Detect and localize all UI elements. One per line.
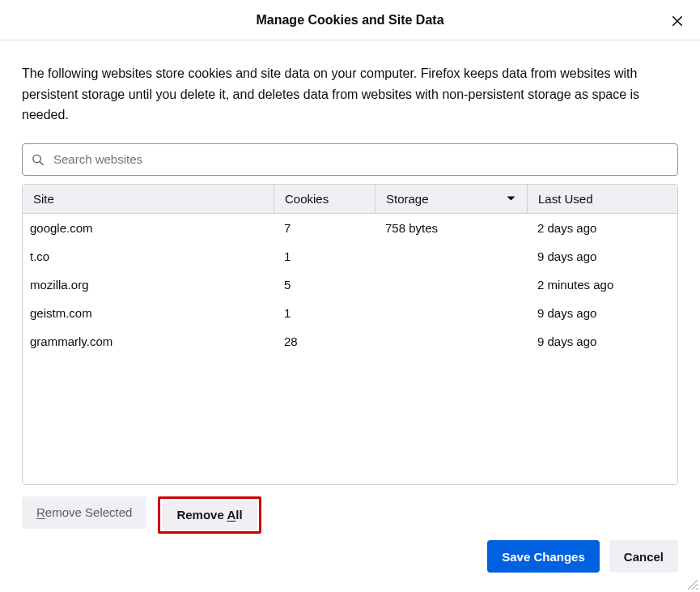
button-label-rest: ll [235,508,242,522]
search-wrapper [22,143,678,176]
save-changes-button[interactable]: Save Changes [487,540,600,573]
table-row[interactable]: t.co19 days ago [23,242,677,270]
column-header-label: Last Used [538,192,593,206]
column-header-label: Site [33,192,54,206]
table-header: Site Cookies Storage Last Used [23,185,677,214]
accelerator-char: R [36,505,45,519]
cookies-table: Site Cookies Storage Last Used google.co… [22,184,678,485]
table-row[interactable]: grammarly.com289 days ago [23,327,677,356]
close-icon [670,14,685,28]
cell-cookies: 28 [274,334,375,348]
remove-all-button[interactable]: Remove All [162,500,257,530]
button-label-rest: emove Selected [45,505,133,519]
search-input[interactable] [22,143,678,176]
highlight-annotation: Remove All [158,496,261,534]
cell-site: grammarly.com [23,334,274,348]
cell-cookies: 1 [274,306,375,320]
cancel-button[interactable]: Cancel [609,540,678,573]
svg-line-5 [692,584,698,590]
cell-site: geistm.com [23,306,274,320]
cell-site: t.co [23,249,274,263]
cell-last-used: 9 days ago [527,306,677,320]
cell-last-used: 9 days ago [527,334,677,348]
sort-descending-icon [507,196,515,202]
table-row[interactable]: geistm.com19 days ago [23,299,677,327]
button-label-prefix: Remove [176,508,227,522]
cell-cookies: 5 [274,278,375,292]
removal-buttons: Remove Selected Remove All [22,496,678,534]
cell-storage: 758 bytes [375,221,527,235]
dialog-title: Manage Cookies and Site Data [256,13,443,28]
column-header-cookies[interactable]: Cookies [274,185,375,213]
cell-site: google.com [23,221,274,235]
column-header-label: Cookies [285,192,329,206]
dialog-header: Manage Cookies and Site Data [0,0,700,40]
column-header-label: Storage [386,192,429,206]
svg-line-6 [696,588,698,590]
close-button[interactable] [666,10,689,32]
footer-buttons: Save Changes Cancel [487,540,678,573]
remove-selected-button[interactable]: Remove Selected [22,496,146,529]
table-row[interactable]: google.com7758 bytes2 days ago [23,214,677,242]
svg-line-4 [688,580,698,590]
column-header-site[interactable]: Site [23,185,274,213]
cell-last-used: 9 days ago [527,249,677,263]
table-row[interactable]: mozilla.org52 minutes ago [23,270,677,299]
column-header-last-used[interactable]: Last Used [527,185,677,213]
resize-grip-icon [685,577,698,590]
cell-last-used: 2 minutes ago [527,278,677,292]
cell-site: mozilla.org [23,278,274,292]
accelerator-char: A [227,508,235,522]
table-body: google.com7758 bytes2 days agot.co19 day… [23,214,677,356]
cell-last-used: 2 days ago [527,221,677,235]
dialog-body: The following websites store cookies and… [0,40,700,534]
description-text: The following websites store cookies and… [22,63,678,126]
column-header-storage[interactable]: Storage [375,185,527,213]
cell-cookies: 7 [274,221,375,235]
cell-cookies: 1 [274,249,375,263]
